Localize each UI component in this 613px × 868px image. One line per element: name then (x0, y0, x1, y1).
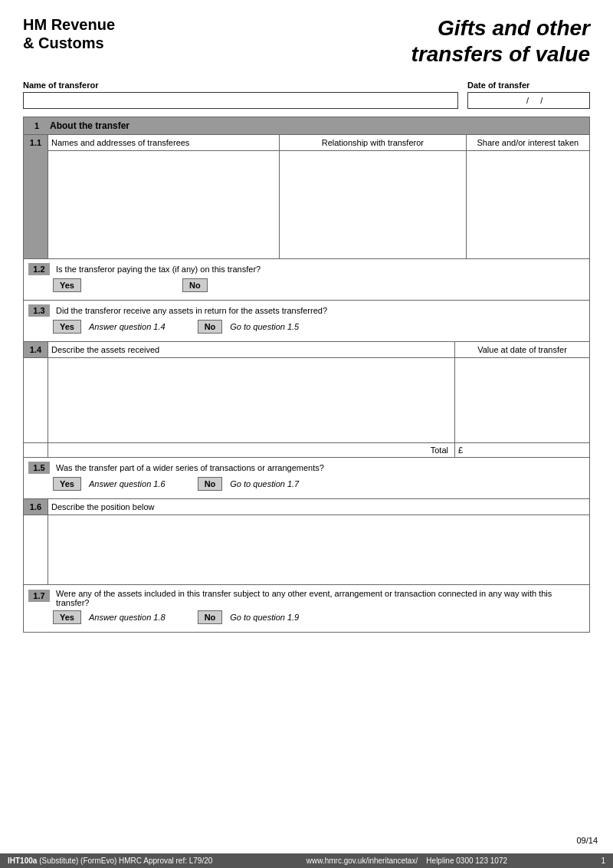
q1-4-total-spacer (24, 443, 48, 457)
section-1-title: About the transfer (50, 120, 129, 131)
q1-3-text: Did the transferor receive any assets in… (56, 306, 585, 315)
section-1-number: 1 (28, 121, 45, 130)
q1-5-block: 1.5 Was the transfer part of a wider ser… (24, 457, 589, 498)
date-transfer-input[interactable] (467, 92, 590, 109)
date-transfer-group: Date of transfer (467, 81, 590, 109)
name-transferor-group: Name of transferor (23, 81, 458, 109)
q1-5-no-hint: Go to question 1.7 (230, 479, 299, 488)
q1-3-row: 1.3 Did the transferor receive any asset… (24, 304, 589, 317)
q1-3-yes-button[interactable]: Yes (53, 320, 81, 334)
q1-2-yn-row: Yes No (24, 275, 589, 298)
q1-4-header-row: 1.4 Describe the assets received Value a… (24, 342, 589, 357)
q1-1-col1-header: Names and addresses of transferees (48, 135, 280, 150)
q1-2-row: 1.2 Is the transferor paying the tax (if… (24, 263, 589, 275)
q1-1-names-input[interactable] (48, 151, 280, 258)
q1-1-relationship-input[interactable] (280, 151, 466, 258)
q1-3-no-hint: Go to question 1.5 (230, 322, 299, 331)
q1-1-col-content (48, 150, 589, 258)
q1-5-no-button[interactable]: No (198, 477, 223, 491)
q1-7-yes-button[interactable]: Yes (53, 610, 81, 624)
q1-1-col3-header: Share and/or interest taken (467, 135, 589, 150)
q1-7-no-button[interactable]: No (198, 610, 223, 624)
q1-1-col2-header: Relationship with transferor (280, 135, 466, 150)
q1-6-block: 1.6 Describe the position below (24, 498, 589, 584)
q1-5-row: 1.5 Was the transfer part of a wider ser… (24, 462, 589, 474)
q1-7-yes-hint: Answer question 1.8 (89, 613, 166, 622)
section-1-header: 1 About the transfer (24, 117, 589, 134)
footer-center: www.hmrc.gov.uk/inheritancetax/ Helpline… (306, 856, 507, 865)
q1-5-yes-hint: Answer question 1.6 (89, 479, 166, 488)
q1-1-number: 1.1 (24, 135, 48, 258)
q1-3-block: 1.3 Did the transferor receive any asset… (24, 300, 589, 341)
page-header: HM Revenue & Customs Gifts and other tra… (23, 15, 590, 67)
footer-ref: IHT100a (8, 856, 37, 865)
date-transfer-label: Date of transfer (467, 81, 590, 90)
q1-7-no-hint: Go to question 1.9 (230, 613, 299, 622)
q1-2-block: 1.2 Is the transferor paying the tax (if… (24, 258, 589, 300)
name-transferor-input[interactable] (23, 92, 458, 109)
q1-3-no-button[interactable]: No (198, 320, 223, 334)
q1-3-yn-row: Yes Answer question 1.4 No Go to questio… (24, 317, 589, 340)
footer-helpline-number: 0300 123 1072 (456, 856, 507, 865)
name-transferor-label: Name of transferor (23, 81, 458, 90)
q1-4-value-area[interactable] (455, 358, 589, 442)
q1-4-col2-header: Value at date of transfer (455, 342, 589, 357)
q1-6-col1-header: Describe the position below (48, 499, 589, 515)
q1-7-number: 1.7 (28, 590, 50, 602)
q1-4-content-row (24, 357, 589, 442)
q1-2-number: 1.2 (28, 263, 50, 275)
q1-6-content-row (24, 515, 589, 584)
q1-1-content: Names and addresses of transferees Relat… (48, 135, 589, 258)
page: HM Revenue & Customs Gifts and other tra… (0, 0, 613, 868)
q1-4-spacer (24, 358, 48, 442)
q1-4-number: 1.4 (24, 342, 48, 357)
q1-6-spacer (24, 515, 48, 584)
q1-7-block: 1.7 Were any of the assets included in t… (24, 584, 589, 632)
q1-2-yes-button[interactable]: Yes (53, 278, 81, 292)
q1-5-yn-row: Yes Answer question 1.6 No Go to questio… (24, 474, 589, 497)
name-date-row: Name of transferor Date of transfer (23, 81, 590, 109)
q1-7-text: Were any of the assets included in this … (56, 589, 585, 607)
footer-helpline-label: Helpline (426, 856, 454, 865)
footer-sub-info: (Substitute) (FormEvo) HMRC Approval ref… (39, 856, 212, 865)
footer: IHT100a (Substitute) (FormEvo) HMRC Appr… (0, 853, 613, 868)
footer-page-num: 1 (601, 856, 605, 865)
q1-1-share-input[interactable] (467, 151, 589, 258)
footer-website: www.hmrc.gov.uk/inheritancetax/ (306, 856, 418, 865)
q1-5-text: Was the transfer part of a wider series … (56, 463, 585, 472)
q1-6-position-area[interactable] (48, 515, 589, 584)
form-title: Gifts and other transfers of value (411, 15, 590, 67)
q1-2-text: Is the transferor paying the tax (if any… (56, 265, 585, 274)
q1-4-block: 1.4 Describe the assets received Value a… (24, 341, 589, 457)
section-1: 1 About the transfer 1.1 Names and addre… (23, 117, 590, 633)
page-number-bottom: 09/14 (569, 834, 605, 847)
q1-5-yes-button[interactable]: Yes (53, 477, 81, 491)
hmrc-logo: HM Revenue & Customs (23, 15, 115, 52)
q1-1-row: 1.1 Names and addresses of transferees R… (24, 134, 589, 258)
q1-7-row: 1.7 Were any of the assets included in t… (24, 589, 589, 607)
q1-3-yes-hint: Answer question 1.4 (89, 322, 166, 331)
q1-2-no-button[interactable]: No (182, 278, 208, 292)
footer-left: IHT100a (Substitute) (FormEvo) HMRC Appr… (8, 856, 212, 865)
q1-1-col-headers: Names and addresses of transferees Relat… (48, 135, 589, 150)
q1-6-header-row: 1.6 Describe the position below (24, 499, 589, 515)
q1-4-total-value: £ (455, 443, 589, 457)
q1-6-number: 1.6 (24, 499, 48, 515)
q1-5-number: 1.5 (28, 462, 50, 474)
q1-7-yn-row: Yes Answer question 1.8 No Go to questio… (24, 607, 589, 630)
q1-4-total-label: Total (48, 443, 455, 457)
q1-4-total-row: Total £ (24, 442, 589, 457)
q1-4-col1-header: Describe the assets received (48, 342, 455, 357)
q1-4-describe-area[interactable] (48, 358, 455, 442)
q1-3-number: 1.3 (28, 304, 50, 317)
